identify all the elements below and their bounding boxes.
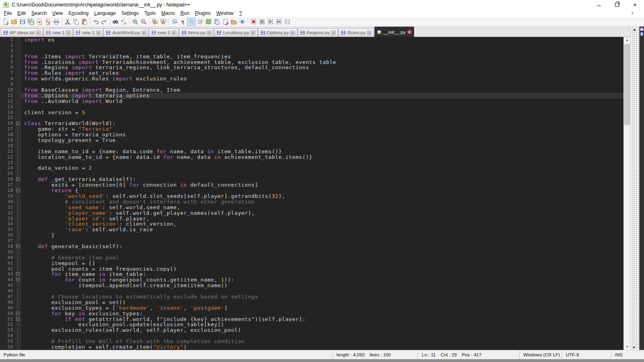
print-button[interactable] — [52, 18, 60, 26]
tab-locations-py[interactable]: Locations.py× — [214, 28, 258, 37]
menu-encoding[interactable]: Encoding — [66, 10, 91, 17]
word-wrap-button[interactable] — [170, 18, 179, 26]
code-text: } — [21, 232, 623, 238]
open-folder-button[interactable] — [10, 18, 18, 26]
macro-record-button[interactable] — [249, 18, 258, 26]
monitoring-eye-button[interactable] — [238, 18, 246, 26]
menu-[interactable]: ? — [236, 10, 245, 17]
macro-run-multiple-button[interactable] — [275, 18, 283, 26]
close-button[interactable]: × — [626, 0, 644, 9]
zoom-out-icon — [140, 19, 147, 25]
vertical-scrollbar[interactable]: ▲ ▼ — [623, 37, 630, 350]
fold-margin[interactable]: − — [15, 277, 21, 283]
sync-scroll-horizontal-icon — [160, 19, 167, 25]
page-edit-button[interactable] — [221, 18, 229, 26]
fold-margin[interactable]: − — [15, 177, 21, 182]
menu-tools[interactable]: Tools — [142, 10, 159, 17]
folder-workspace-button[interactable] — [229, 18, 238, 26]
document-list-button[interactable] — [213, 18, 221, 26]
tab-options-py[interactable]: Options.py× — [258, 28, 297, 37]
tab-close-icon[interactable]: × — [36, 31, 41, 35]
menu-macro[interactable]: Macro — [159, 10, 178, 17]
fold-margin[interactable]: − — [15, 311, 21, 317]
menu-search[interactable]: Search — [29, 10, 50, 17]
tab-close-icon[interactable]: × — [207, 31, 211, 35]
tab-close-icon[interactable]: × — [367, 31, 372, 35]
save-all-button[interactable] — [27, 18, 35, 26]
menu-run[interactable]: Run — [178, 10, 192, 17]
show-all-characters-button[interactable]: ¶ — [179, 18, 187, 26]
close-button[interactable] — [35, 18, 43, 26]
tab-init-py[interactable]: __init__.py× — [374, 27, 414, 37]
undo-button[interactable] — [91, 18, 100, 26]
macro-save-button[interactable] — [283, 18, 291, 26]
tab-close-icon[interactable]: × — [331, 31, 336, 35]
fold-margin — [15, 333, 21, 339]
code-line-12: 12from ..AutoWorld import World — [0, 99, 623, 104]
status-encoding[interactable]: UTF-8 — [562, 350, 611, 359]
tab-close-icon[interactable]: × — [251, 31, 255, 35]
tab-scroll-left-icon[interactable]: ◄ — [632, 28, 636, 32]
tab-rules-py[interactable]: Rules.py× — [339, 28, 374, 37]
status-eol-format[interactable]: Windows (CR LF) — [519, 350, 562, 359]
fold-margin[interactable]: − — [15, 121, 21, 126]
redo-button[interactable] — [100, 18, 108, 26]
tab-autoworld-py[interactable]: AutoWorld.py× — [103, 28, 149, 37]
document-map-button[interactable] — [204, 18, 213, 26]
toolbar-separator — [62, 19, 62, 25]
save-button[interactable] — [18, 18, 27, 26]
tab-items-py[interactable]: Items.py× — [179, 28, 214, 37]
tab-new-2[interactable]: new 2× — [73, 28, 103, 37]
tab-close-icon[interactable]: × — [172, 31, 176, 35]
splitter-arrow-icon[interactable]: ► — [633, 346, 636, 349]
macro-stop-button[interactable] — [258, 18, 266, 26]
status-insert-mode[interactable]: INS — [611, 350, 644, 359]
lightning-button[interactable] — [196, 18, 204, 26]
tab-new-1[interactable]: new 1× — [43, 28, 73, 37]
close-all-button[interactable] — [43, 18, 52, 26]
menu-view[interactable]: View — [50, 10, 66, 17]
scroll-up-icon[interactable]: ▲ — [624, 38, 630, 42]
zoom-in-button[interactable] — [131, 18, 139, 26]
sync-scroll-horizontal-button[interactable] — [159, 18, 167, 26]
menu-file[interactable]: File — [1, 10, 14, 17]
code-line-22: 22 location_name_to_id = {name: data.id … — [0, 154, 623, 160]
code-text: from BaseClasses import Region, Entrance… — [21, 87, 623, 93]
sync-scroll-vertical-button[interactable] — [151, 18, 159, 26]
copy-button[interactable] — [72, 18, 80, 26]
restore-button[interactable] — [608, 0, 626, 9]
fold-margin[interactable]: − — [15, 188, 21, 193]
zoom-out-button[interactable] — [139, 18, 148, 26]
macro-play-button[interactable] — [266, 18, 275, 26]
tab-close-icon[interactable]: × — [407, 30, 412, 34]
menu-plugins[interactable]: Plugins — [192, 10, 213, 17]
fold-margin[interactable]: − — [15, 317, 21, 322]
code-area[interactable]: 1import os234from .Items import Terraria… — [0, 37, 623, 350]
tab-ap-ideas-txt[interactable]: AP Ideas.txt× — [1, 28, 43, 37]
tab-regions-py[interactable]: Regions.py× — [298, 28, 339, 37]
menu-settings[interactable]: Settings — [118, 10, 141, 17]
paste-button[interactable] — [80, 18, 89, 26]
tab-close-icon[interactable]: × — [96, 31, 101, 35]
line-number: 41 — [0, 261, 15, 266]
tab-close-icon[interactable]: × — [291, 31, 295, 35]
cut-button[interactable] — [63, 18, 72, 26]
scrollbar-thumb[interactable] — [624, 44, 630, 125]
menu-edit[interactable]: Edit — [14, 10, 29, 17]
scroll-down-icon[interactable]: ▼ — [624, 345, 630, 349]
macro-stop-icon — [259, 19, 265, 25]
tab-close-icon[interactable]: × — [66, 31, 70, 35]
panel-close-icon[interactable]: x — [632, 11, 634, 15]
fold-margin[interactable]: − — [15, 244, 21, 249]
minimize-button[interactable] — [590, 0, 608, 9]
fold-margin[interactable]: − — [15, 272, 21, 277]
tab-close-icon[interactable]: × — [142, 31, 146, 35]
menu-window[interactable]: Window — [214, 10, 237, 17]
indent-guide-button[interactable] — [187, 18, 196, 26]
replace-button[interactable]: ab — [120, 18, 128, 26]
docked-panel-splitter[interactable]: ◄ ► — [630, 27, 639, 350]
menu-language[interactable]: Language — [91, 10, 118, 17]
tab-new-3[interactable]: new 3× — [149, 28, 179, 37]
new-file-button[interactable] — [1, 18, 10, 26]
find-button[interactable] — [111, 18, 120, 26]
